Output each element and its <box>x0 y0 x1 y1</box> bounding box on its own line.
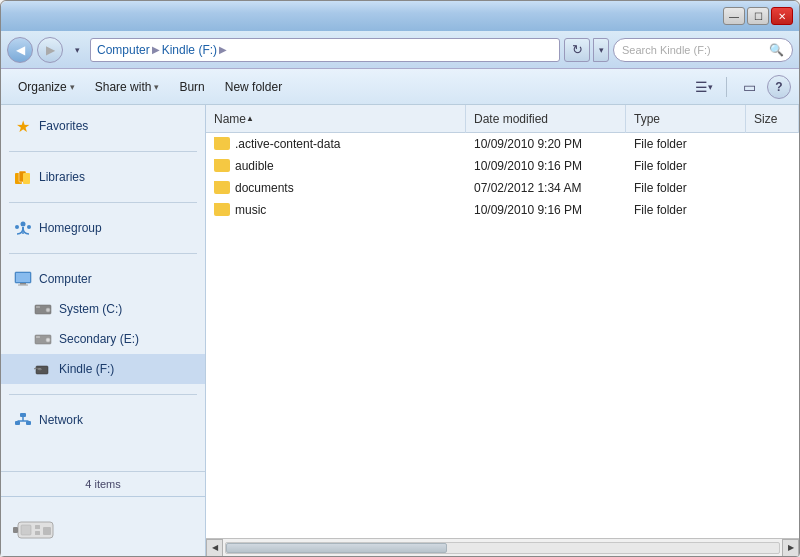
sidebar-item-libraries[interactable]: Libraries <box>1 162 205 192</box>
view-icon: ☰ <box>695 79 708 95</box>
sidebar-item-network[interactable]: Network <box>1 405 205 435</box>
svg-point-5 <box>27 225 31 229</box>
sidebar-homegroup-section: Homegroup <box>1 207 205 249</box>
view-dropdown-icon: ▾ <box>708 82 713 92</box>
back-button[interactable]: ◀ <box>7 37 33 63</box>
sidebar-footer-area: 4 items <box>1 471 205 556</box>
title-bar: — ☐ ✕ <box>1 1 799 31</box>
file-header: Name Date modified Type Size <box>206 105 799 133</box>
folder-icon <box>214 159 230 172</box>
file-date-cell: 10/09/2010 9:16 PM <box>466 203 626 217</box>
forward-button[interactable]: ▶ <box>37 37 63 63</box>
svg-rect-18 <box>20 413 26 417</box>
minimize-button[interactable]: — <box>723 7 745 25</box>
file-date-cell: 10/09/2010 9:20 PM <box>466 137 626 151</box>
burn-button[interactable]: Burn <box>170 74 213 100</box>
sidebar-item-kindle-f[interactable]: Kindle (F:) <box>1 354 205 384</box>
search-icon: 🔍 <box>769 43 784 57</box>
new-folder-button[interactable]: New folder <box>216 74 291 100</box>
file-type-cell: File folder <box>626 137 746 151</box>
table-row[interactable]: music 10/09/2010 9:16 PM File folder <box>206 199 799 221</box>
file-date-cell: 10/09/2010 9:16 PM <box>466 159 626 173</box>
homegroup-icon <box>13 218 33 238</box>
computer-label: Computer <box>39 272 92 286</box>
address-path[interactable]: Computer ▶ Kindle (F:) ▶ <box>90 38 560 62</box>
scroll-track[interactable] <box>225 542 780 554</box>
organize-button[interactable]: Organize ▾ <box>9 74 84 100</box>
sidebar: ★ Favorites Libraries <box>1 105 206 556</box>
file-type-cell: File folder <box>626 159 746 173</box>
svg-point-4 <box>15 225 19 229</box>
sidebar-divider-2 <box>9 202 197 203</box>
search-box[interactable]: Search Kindle (F:) 🔍 <box>613 38 793 62</box>
sidebar-divider-4 <box>9 394 197 395</box>
table-row[interactable]: documents 07/02/2012 1:34 AM File folder <box>206 177 799 199</box>
file-name-cell: audible <box>206 159 466 173</box>
kindle-f-icon <box>33 359 53 379</box>
sidebar-divider-1 <box>9 151 197 152</box>
column-header-name[interactable]: Name <box>206 105 466 133</box>
file-type-cell: File folder <box>626 181 746 195</box>
file-area: Name Date modified Type Size .active-con <box>206 105 799 556</box>
sidebar-divider-3 <box>9 253 197 254</box>
toolbar-separator <box>726 77 727 97</box>
organize-label: Organize <box>18 80 67 94</box>
path-segment-1: Computer <box>97 43 150 57</box>
view-toggle-button[interactable]: ☰ ▾ <box>690 74 718 100</box>
table-row[interactable]: .active-content-data 10/09/2010 9:20 PM … <box>206 133 799 155</box>
file-name-cell: .active-content-data <box>206 137 466 151</box>
svg-rect-29 <box>13 527 18 533</box>
scroll-right-button[interactable]: ▶ <box>782 539 799 557</box>
svg-rect-7 <box>16 273 30 282</box>
folder-icon <box>214 137 230 150</box>
sidebar-item-secondary-e[interactable]: Secondary (E:) <box>1 324 205 354</box>
sidebar-network-section: Network <box>1 399 205 441</box>
column-header-size[interactable]: Size <box>746 105 799 133</box>
secondary-e-label: Secondary (E:) <box>59 332 139 346</box>
sidebar-item-favorites[interactable]: ★ Favorites <box>1 111 205 141</box>
title-bar-buttons: — ☐ ✕ <box>723 7 793 25</box>
main-content: ★ Favorites Libraries <box>1 105 799 556</box>
sidebar-item-system-c[interactable]: System (C:) <box>1 294 205 324</box>
organize-dropdown-icon: ▾ <box>70 82 75 92</box>
svg-rect-11 <box>36 306 40 308</box>
search-placeholder: Search Kindle (F:) <box>622 44 765 56</box>
file-list: .active-content-data 10/09/2010 9:20 PM … <box>206 133 799 538</box>
svg-point-3 <box>21 222 26 227</box>
scroll-thumb[interactable] <box>226 543 447 553</box>
close-button[interactable]: ✕ <box>771 7 793 25</box>
homegroup-label: Homegroup <box>39 221 102 235</box>
file-name-cell: music <box>206 203 466 217</box>
svg-rect-26 <box>35 525 40 529</box>
explorer-window: — ☐ ✕ ◀ ▶ ▾ Computer ▶ Kindle (F:) ▶ ↻ ▾… <box>0 0 800 557</box>
preview-icon: ▭ <box>743 79 756 95</box>
scroll-left-button[interactable]: ◀ <box>206 539 223 557</box>
file-name-cell: documents <box>206 181 466 195</box>
maximize-button[interactable]: ☐ <box>747 7 769 25</box>
svg-rect-28 <box>43 527 51 535</box>
column-header-type[interactable]: Type <box>626 105 746 133</box>
usb-icon <box>13 507 63 547</box>
secondary-e-icon <box>33 329 53 349</box>
svg-point-12 <box>46 308 50 312</box>
file-type-cell: File folder <box>626 203 746 217</box>
table-row[interactable]: audible 10/09/2010 9:16 PM File folder <box>206 155 799 177</box>
share-with-button[interactable]: Share with ▾ <box>86 74 169 100</box>
address-dropdown-button[interactable]: ▾ <box>593 38 609 62</box>
favorites-label: Favorites <box>39 119 88 133</box>
system-c-icon <box>33 299 53 319</box>
preview-pane-button[interactable]: ▭ <box>735 74 763 100</box>
toolbar: Organize ▾ Share with ▾ Burn New folder … <box>1 69 799 105</box>
refresh-button[interactable]: ↻ <box>564 38 590 62</box>
libraries-label: Libraries <box>39 170 85 184</box>
svg-rect-14 <box>36 336 40 338</box>
sidebar-item-homegroup[interactable]: Homegroup <box>1 213 205 243</box>
burn-label: Burn <box>179 80 204 94</box>
sidebar-item-computer[interactable]: Computer <box>1 264 205 294</box>
usb-area <box>1 496 205 556</box>
new-folder-label: New folder <box>225 80 282 94</box>
kindle-f-label: Kindle (F:) <box>59 362 114 376</box>
recent-dropdown[interactable]: ▾ <box>75 45 80 55</box>
help-button[interactable]: ? <box>767 75 791 99</box>
column-header-date[interactable]: Date modified <box>466 105 626 133</box>
